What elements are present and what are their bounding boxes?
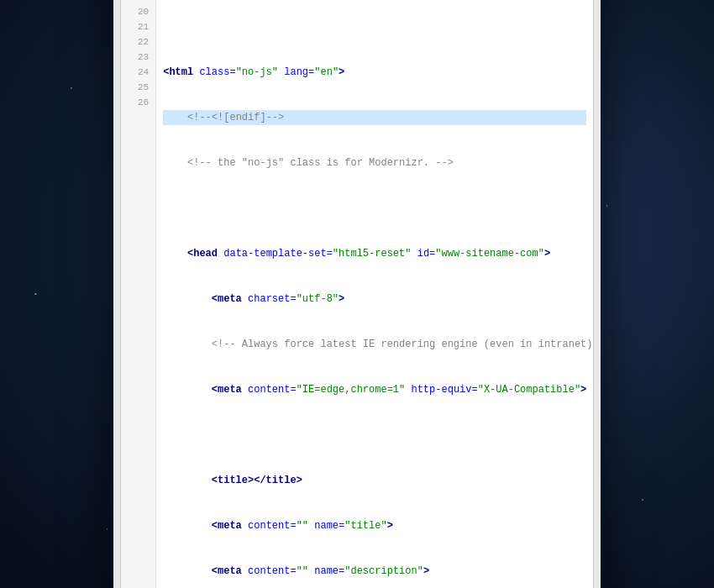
line-num-23: 23 [128, 50, 149, 65]
main-window: ACE View Example Syntax mode: HTML JavaS… [113, 0, 601, 588]
line-num-22: 22 [128, 34, 149, 50]
line-num-25: 25 [128, 80, 149, 95]
code-line-15: <meta content="IE=edge,chrome=1" http-eq… [163, 382, 586, 397]
code-line-16 [163, 428, 586, 443]
code-line-12: <head data-template-set="html5-reset" id… [163, 246, 586, 261]
line-num-21: 21 [128, 19, 149, 34]
code-line-17: <title></title> [163, 473, 586, 488]
code-line-9: <!--<![endif]--> [163, 110, 586, 125]
line-num-20: 20 [128, 4, 149, 19]
editor-container[interactable]: 1 2 3 4 5 6 7 8 ▾ 9 10 11 12 ▾ 13 14 15 … [120, 0, 594, 588]
line-num-24: 24 [128, 65, 149, 80]
code-line-13: <meta charset="utf-8"> [163, 291, 586, 307]
code-line-8: <html class="no-js" lang="en"> [163, 65, 586, 80]
code-line-10: <!-- the "no-js" class is for Modernizr.… [163, 155, 586, 171]
code-line-7 [163, 19, 586, 34]
line-numbers: 1 2 3 4 5 6 7 8 ▾ 9 10 11 12 ▾ 13 14 15 … [121, 0, 156, 588]
line-num-26: 26 [128, 95, 149, 110]
code-line-18: <meta content="" name="title"> [163, 518, 586, 533]
code-line-19: <meta content="" name="description"> [163, 564, 586, 579]
editor-inner: 1 2 3 4 5 6 7 8 ▾ 9 10 11 12 ▾ 13 14 15 … [121, 0, 593, 588]
code-content[interactable]: <!DOCTYPE html> <!--[if lt IE 7 ]> <html… [156, 0, 593, 588]
code-line-14: <!-- Always force latest IE rendering en… [163, 337, 586, 352]
code-line-11 [163, 201, 586, 216]
